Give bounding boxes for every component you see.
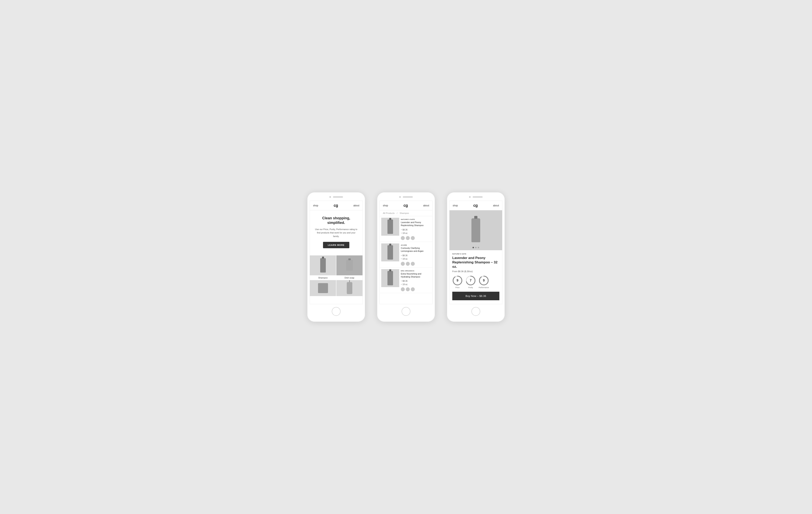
phone-1-speaker: [333, 196, 343, 198]
nav-logo-1: cg: [334, 203, 338, 208]
phone-3-nav: shop cg about: [450, 201, 502, 210]
category-shampoo[interactable]: Shampoo: [310, 255, 336, 280]
price-rating: 9 Price: [452, 275, 463, 289]
phone-3-camera: [469, 196, 471, 198]
phone-3-home-button[interactable]: [471, 307, 480, 316]
product-thumb-3: [381, 269, 399, 287]
carousel-dot-1[interactable]: [473, 247, 474, 248]
product-3-brand: ERA ORGANICS: [401, 270, 431, 272]
phone-2-list: shop cg about All Products / Shampoo NAT…: [377, 192, 435, 322]
list-item[interactable]: ACURE Curiously Clarifying Lemongrass an…: [380, 242, 432, 268]
extra-1-icon: [318, 283, 328, 293]
detail-product-bottle-icon: [471, 218, 480, 242]
nav-shop-3[interactable]: shop: [453, 204, 458, 207]
extra-1-image: [310, 280, 336, 296]
category-grid: Shampoo Dish soap: [310, 255, 362, 296]
shampoo-label: Shampoo: [310, 275, 336, 280]
performance-rating: 9 Performance: [478, 275, 489, 289]
phone-2-nav: shop cg about: [380, 201, 432, 210]
rating-dot: [406, 262, 410, 266]
breadcrumb-parent[interactable]: All Products: [383, 212, 395, 214]
price-rating-number: 9: [457, 279, 459, 282]
nav-logo-2: cg: [403, 203, 408, 208]
performance-rating-number: 9: [483, 279, 485, 282]
carousel-dot-3[interactable]: [478, 247, 479, 248]
category-extra-1[interactable]: [310, 280, 336, 296]
learn-more-button[interactable]: LEARN MORE: [323, 242, 349, 248]
product-detail-info: NATURE'S GATE Lavender and Peony Repleni…: [450, 250, 502, 302]
dish-soap-label: Dish soap: [337, 275, 362, 280]
phone-1-nav: shop cg about: [310, 201, 362, 210]
list-item[interactable]: NATURE'S GATE Lavender and Peony Repleni…: [380, 216, 432, 242]
product-2-brand: ACURE: [401, 244, 431, 246]
category-dish-soap[interactable]: Dish soap: [337, 255, 362, 280]
phone-3-speaker: [473, 196, 483, 198]
rating-dot: [401, 262, 405, 266]
detail-price: From $8.36 ($.26/oz): [452, 270, 499, 273]
ratings-row: 9 Price 7 Purity: [452, 275, 499, 289]
product-2-rating-dots: [401, 262, 431, 266]
phone-3-screen: shop cg about NATURE'S GATE Lavender and…: [449, 201, 502, 304]
nav-about-3[interactable]: about: [493, 204, 499, 207]
product-1-name: Lavender and Peony Replenishing Shampoo: [401, 221, 431, 227]
product-2-name: Curiously Clarifying Lemongrass and Arga…: [401, 247, 431, 253]
purity-rating: 7 Purity: [465, 275, 476, 289]
carousel-dot-2[interactable]: [475, 247, 476, 248]
price-rating-label: Price: [456, 286, 460, 289]
product-3-name: Extra Nourishing and Hydrating Shampoo: [401, 272, 431, 278]
buy-now-button[interactable]: Buy Now – $8.36: [452, 292, 499, 300]
breadcrumb-separator: /: [397, 212, 398, 214]
dish-soap-bottle-icon: [346, 260, 353, 271]
image-carousel-dots: [473, 247, 479, 248]
product-info-3: ERA ORGANICS Extra Nourishing and Hydrat…: [401, 269, 431, 292]
phone-1-top-bar: [310, 196, 363, 198]
phone-2-top-bar: [379, 196, 433, 198]
phone-1-screen: shop cg about Clean shopping, simplified…: [310, 201, 363, 304]
nav-shop-2[interactable]: shop: [383, 204, 388, 207]
phone-2-home-button[interactable]: [402, 307, 410, 316]
phone-2-camera: [399, 196, 401, 198]
phones-container: shop cg about Clean shopping, simplified…: [307, 192, 505, 322]
pump-bottle-icon: [347, 282, 352, 294]
product-3-bottle-icon: [387, 271, 393, 285]
product-3-price: ~ $8.36 ~ 18 oz.: [401, 279, 431, 286]
shampoo-bottle-icon: [320, 258, 326, 273]
product-1-bottle-icon: [387, 219, 393, 234]
phone-1-camera: [329, 196, 331, 198]
nav-about-1[interactable]: about: [353, 204, 359, 207]
nav-logo-3: cg: [473, 203, 477, 208]
detail-brand: NATURE'S GATE: [452, 253, 499, 255]
product-3-rating-dots: [401, 287, 431, 291]
phone-3-top-bar: [449, 196, 502, 198]
dish-soap-image: [337, 255, 362, 275]
rating-dot: [411, 262, 415, 266]
nav-shop-1[interactable]: shop: [313, 204, 318, 207]
phone-2-screen: shop cg about All Products / Shampoo NAT…: [379, 201, 433, 304]
product-1-brand: NATURE'S GATE: [401, 218, 431, 220]
product-2-bottle-icon: [387, 245, 393, 260]
performance-rating-label: Performance: [478, 286, 489, 289]
product-hero-image: [450, 210, 502, 250]
hero-subtitle: Use our Price, Purity, Performance ratin…: [314, 228, 358, 238]
price-rating-circle: 9: [452, 275, 463, 286]
phone-2-speaker: [403, 196, 413, 198]
performance-rating-circle: 9: [478, 275, 489, 286]
rating-dot: [406, 236, 410, 240]
hero-section: Clean shopping, simplified. Use our Pric…: [310, 210, 362, 252]
category-extra-2[interactable]: [337, 280, 362, 296]
purity-rating-circle: 7: [465, 275, 476, 286]
phone-1-home: shop cg about Clean shopping, simplified…: [307, 192, 365, 322]
shampoo-image: [310, 255, 336, 275]
product-info-1: NATURE'S GATE Lavender and Peony Repleni…: [401, 218, 431, 240]
product-list: NATURE'S GATE Lavender and Peony Repleni…: [380, 216, 432, 293]
product-1-price: ~ $8.36 ~ 18 oz.: [401, 228, 431, 235]
extra-2-image: [337, 280, 362, 296]
list-item[interactable]: ERA ORGANICS Extra Nourishing and Hydrat…: [380, 268, 432, 293]
nav-about-2[interactable]: about: [423, 204, 429, 207]
phone-1-home-button[interactable]: [332, 307, 341, 316]
purity-rating-label: Purity: [468, 286, 473, 289]
product-1-rating-dots: [401, 236, 431, 240]
product-2-price: ~ $8.36 ~ 18 oz.: [401, 254, 431, 261]
product-info-2: ACURE Curiously Clarifying Lemongrass an…: [401, 243, 431, 266]
rating-dot: [401, 287, 405, 291]
